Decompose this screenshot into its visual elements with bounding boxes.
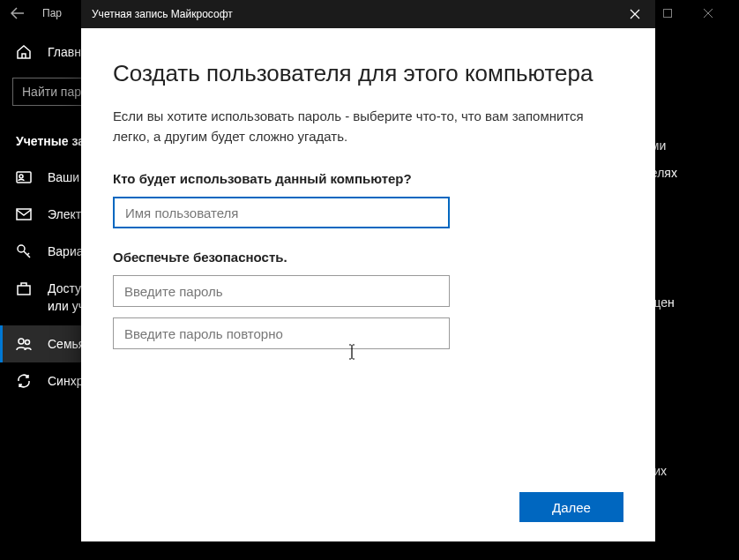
sync-icon	[16, 373, 32, 389]
search-placeholder: Найти пар	[22, 85, 81, 99]
password-input[interactable]	[113, 275, 450, 307]
svg-rect-1	[17, 172, 31, 183]
bg-title: Пар	[42, 7, 62, 19]
close-icon[interactable]	[688, 0, 728, 26]
svg-point-2	[19, 175, 23, 178]
create-user-dialog: Учетная запись Майкрософт Создать пользо…	[81, 0, 655, 541]
mail-icon	[16, 206, 32, 222]
nav-label: Семья	[48, 337, 85, 351]
security-heading: Обеспечьте безопасность.	[113, 250, 623, 265]
dialog-titlebar: Учетная запись Майкрософт	[81, 0, 655, 28]
svg-rect-0	[664, 10, 672, 18]
svg-point-7	[26, 340, 30, 345]
id-card-icon	[16, 169, 32, 185]
username-input[interactable]	[113, 197, 450, 228]
dialog-description: Если вы хотите использовать пароль - выб…	[113, 107, 623, 146]
home-icon	[16, 44, 32, 60]
svg-point-6	[19, 339, 24, 344]
password-confirm-input[interactable]	[113, 317, 450, 349]
back-icon[interactable]	[11, 6, 25, 20]
dialog-close-button[interactable]	[615, 0, 655, 28]
dialog-title: Учетная запись Майкрософт	[92, 8, 233, 20]
dialog-body: Создать пользователя для этого компьютер…	[81, 28, 655, 476]
dialog-footer: Далее	[81, 476, 655, 541]
next-button[interactable]: Далее	[519, 492, 623, 522]
username-question: Кто будет использовать данный компьютер?	[113, 171, 623, 186]
people-icon	[16, 336, 32, 352]
briefcase-icon	[16, 280, 32, 296]
svg-rect-3	[17, 209, 31, 220]
dialog-heading: Создать пользователя для этого компьютер…	[113, 60, 623, 87]
svg-point-4	[18, 245, 25, 252]
key-icon	[16, 243, 32, 259]
svg-rect-5	[18, 286, 30, 295]
